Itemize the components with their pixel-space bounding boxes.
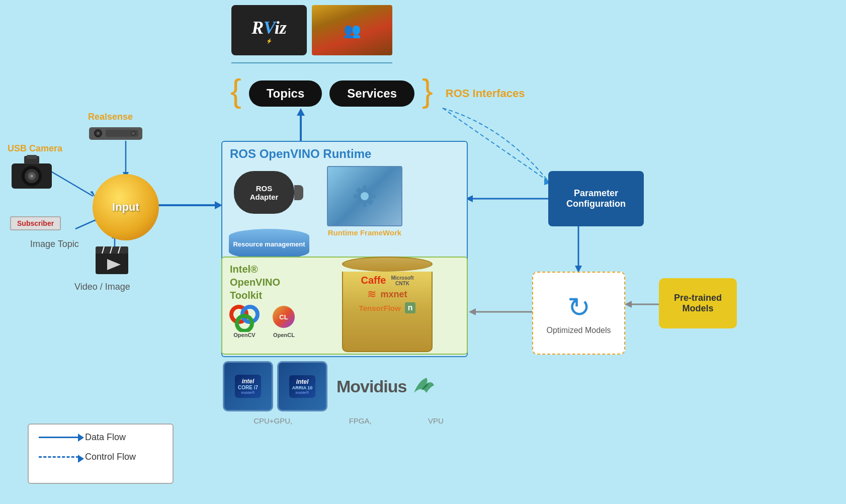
svg-marker-16 [469,308,476,315]
control-flow-legend: Control Flow [39,452,162,462]
realsense-label: Realsense [88,112,133,122]
usb-camera-icon [9,153,54,193]
caffe-text: Caffe [361,275,386,286]
inside-label: inside® [238,390,258,395]
ros-openvino-title: ROS OpenVINO Runtime [222,142,467,166]
ml-labels: Caffe MicrosoftCNTK ≋ mxnet TensorFlow n [343,273,432,315]
realsense-camera-icon [88,125,143,144]
svg-point-49 [30,175,33,178]
param-config-box: Parameter Configuration [548,171,644,226]
hardware-labels: CPU+GPU, FPGA, VPU [225,416,472,425]
opencl-logo: CL [268,304,300,332]
data-flow-label: Data Flow [85,432,126,443]
movidius-area: Movidius [336,375,434,398]
solid-arrow-icon [39,437,79,438]
runtime-framework: Runtime FrameWork [327,166,402,239]
ros-interfaces-label: ROS Interfaces [446,87,525,100]
svg-rect-51 [27,155,37,159]
svg-point-41 [97,132,99,134]
realsense-svg [88,125,143,142]
topics-pill: Topics [249,80,322,107]
usb-camera-label: USB Camera [8,143,62,154]
svg-rect-25 [363,185,367,192]
cpu-gpu-label: CPU+GPU, [253,416,292,425]
optimized-models-box: ↻ Optimized Models [532,272,625,355]
cycle-icon: ↻ [567,291,590,323]
svg-point-44 [132,132,135,135]
tf-icon: ≋ [367,288,376,301]
intel-arria10-inner: intel ARRIA 10 inside® [289,375,316,398]
movidius-bird-icon [409,375,434,398]
resource-mgmt-label: Resource management [233,240,305,248]
svg-rect-27 [354,194,361,198]
input-label: Input [112,201,139,214]
intel-corei7-inner: intel CORE i7 inside® [235,375,261,398]
data-flow-legend: Data Flow [39,432,162,443]
svg-line-9 [75,219,98,229]
svg-rect-28 [369,194,376,198]
video-image-label: Video / Image [74,282,130,292]
cylinder-top [342,257,433,272]
svg-marker-2 [297,108,305,116]
dashed-arrow-icon [39,456,79,458]
ros-interfaces-area: { Topics Services } ROS Interfaces [230,79,525,107]
curly-brace-right: } [422,74,433,107]
ros-adapter: ROS Adapter [234,171,294,214]
image-topic-label: Image Topic [30,239,79,249]
pretrained-models-box: Pre-trained Models [659,278,737,328]
team-photo: 👥 [312,5,392,55]
mxnet-text: mxnet [380,289,407,300]
intel-corei7-chip: intel CORE i7 inside® [223,361,273,411]
svg-line-7 [50,171,93,196]
rf-box [327,166,402,226]
n-badge: n [405,302,416,313]
opencl-label: OpenCL [273,332,295,338]
usb-cam-svg [9,153,54,191]
svg-point-24 [361,192,369,200]
gear-icon [345,176,385,216]
movidius-brand: Movidius [336,375,434,398]
ml-frameworks-cylinder: Caffe MicrosoftCNTK ≋ mxnet TensorFlow n [342,257,433,352]
opencv-logo [229,304,260,332]
intel-logo2: intel [292,378,313,385]
control-flow-label: Control Flow [85,452,136,462]
opencv-area: OpenCV CL OpenCL [229,304,300,338]
opencl-icon: CL OpenCL [268,304,300,338]
pretrained-models-label: Pre-trained Models [659,293,737,314]
intel-arria10-chip: intel ARRIA 10 inside® [277,361,327,411]
svg-rect-26 [363,200,367,207]
optimized-models-label: Optimized Models [546,326,611,335]
curly-brace-left: { [230,74,241,107]
rviz-logo: RViz ⚡ [231,5,307,55]
movidius-text: Movidius [336,377,406,396]
clapper-icon [93,244,131,279]
services-pill: Services [329,80,414,107]
hardware-row: intel CORE i7 inside® intel ARRIA 10 ins… [223,361,469,411]
vpu-label: VPU [428,416,444,425]
arria10-label: ARRIA 10 [292,385,313,390]
tensorflow-text: TensorFlow [359,304,401,312]
input-circle: Input [93,174,159,240]
fpga-label: FPGA, [349,416,372,425]
param-config-label: Parameter Configuration [548,188,644,209]
subscriber-box: Subscriber [10,216,61,230]
legend-box: Data Flow Control Flow [28,424,174,484]
inside-label2: inside® [292,390,313,395]
ros-adapter-shape: ROS Adapter [234,171,294,214]
opencv-icon: OpenCV [229,304,260,338]
clapper-svg [93,244,131,277]
core-i7-label: CORE i7 [238,385,258,390]
intel-logo: intel [238,378,258,385]
cylinder-body: Caffe MicrosoftCNTK ≋ mxnet TensorFlow n [342,272,433,352]
cntk-text: MicrosoftCNTK [391,275,414,286]
runtime-framework-label: Runtime FrameWork [327,228,402,237]
svg-text:CL: CL [279,313,288,321]
opencv-label: OpenCV [233,332,255,338]
top-images-area: RViz ⚡ 👥 [231,5,392,55]
svg-marker-18 [625,301,632,308]
resource-management: Resource management [229,229,309,259]
